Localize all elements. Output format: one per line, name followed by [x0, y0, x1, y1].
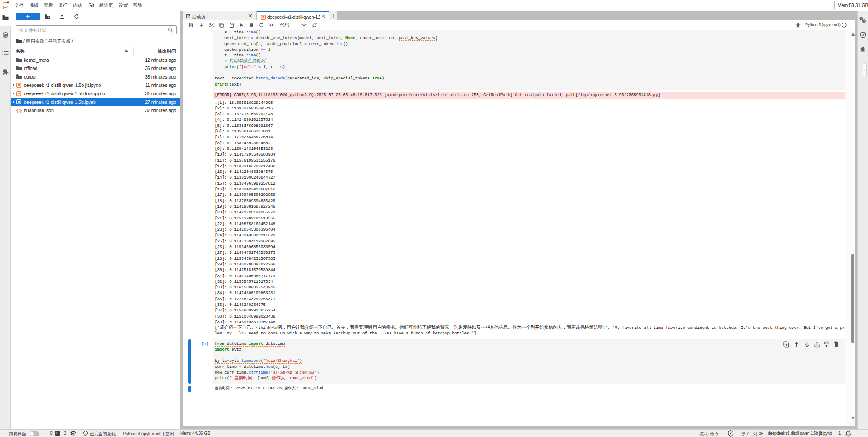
svg-text:{:}: {:}	[16, 108, 22, 113]
